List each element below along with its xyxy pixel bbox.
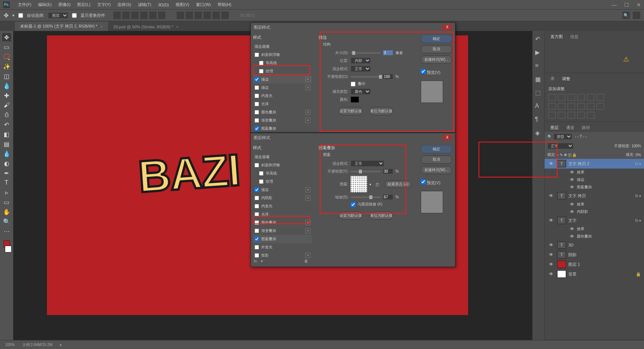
style-dropshadow[interactable]: 投影+ [253,251,312,260]
menu-layer[interactable]: 图层(L) [74,1,93,9]
chevron-icon[interactable]: ▾ [261,259,263,264]
tab-library[interactable]: 库 [547,75,558,83]
layer-row[interactable]: 👁 T 文字 拷贝 2 fx ▾ [544,159,644,169]
new-style-button[interactable]: 新建样式(W)... [421,166,452,174]
document-size[interactable]: 文档:2.64M/15.2M [22,342,53,348]
brush-tool[interactable]: 🖌 [2,101,11,109]
plus-icon[interactable]: + [305,220,310,225]
layer-effect[interactable]: 👁 颜色叠加 [544,233,644,240]
layer-effect[interactable]: 👁 描边 [544,176,644,183]
crop-tool[interactable]: ◫ [2,72,11,80]
menu-type[interactable]: 文字(Y) [94,1,114,9]
brushes-icon[interactable]: ≡ [535,62,542,69]
menu-select[interactable]: 选择(S) [114,1,134,9]
visibility-icon[interactable]: 👁 [547,193,555,198]
style-stroke[interactable]: 描边+ [253,75,312,84]
plus-icon[interactable]: + [305,195,310,201]
visibility-icon[interactable]: 👁 [568,170,576,175]
visibility-icon[interactable]: 👁 [547,252,555,257]
adjust-hue-icon[interactable] [548,103,556,110]
style-patternoverlay[interactable]: 图案叠加 [253,125,312,133]
style-bevel[interactable]: 斜面和浮雕 [253,51,312,59]
style-innershadow[interactable]: 内阴影+ [253,194,312,202]
pattern-swatch[interactable] [351,176,367,192]
adjust-threshold-icon[interactable] [568,112,575,119]
style-innerglow[interactable]: 内发光 [253,92,312,100]
menu-file[interactable]: 文件(F) [15,1,34,9]
position-dropdown[interactable]: 内部 [351,57,371,64]
distribute-icon[interactable] [177,12,184,19]
style-satin[interactable]: 光泽 [253,100,312,108]
lasso-tool[interactable]: 📿 [2,53,11,61]
new-style-button[interactable]: 新建样式(W)... [421,56,452,64]
visibility-icon[interactable]: 👁 [568,202,576,207]
adjust-levels-icon[interactable] [558,94,565,101]
adjust-icon[interactable] [597,103,604,110]
search-icon[interactable]: 🔍 [547,135,552,139]
layer-row[interactable]: 👁 T 文字 fx ▾ [544,216,644,225]
fx-badge[interactable]: fx ▾ [635,194,641,198]
blend-options[interactable]: 混合选项 [253,43,312,51]
style-stroke2[interactable]: 描边+ [253,84,312,92]
window-close-icon[interactable]: ✕ [637,2,641,8]
adjust-icon[interactable] [587,94,594,101]
style-patternoverlay[interactable]: 图案叠加 [253,235,312,243]
color-swatch[interactable] [351,97,359,103]
wand-tool[interactable]: ✨ [2,62,11,70]
size-input[interactable] [383,50,393,56]
plus-icon[interactable]: + [305,77,310,82]
align-icon[interactable] [122,12,130,19]
background-color[interactable] [5,246,12,252]
style-coloroverlay[interactable]: 颜色叠加+ [253,108,312,116]
fx-icon[interactable]: fx [254,259,257,264]
pattern-dropdown-icon[interactable]: ▾ [369,182,371,186]
style-innerglow[interactable]: 内发光 [253,202,312,210]
style-satin[interactable]: 光泽 [253,210,312,218]
adjust-brightness-icon[interactable] [548,94,556,101]
scale-input[interactable] [383,194,393,200]
adjust-bw-icon[interactable] [558,103,565,110]
paragraph-icon[interactable]: ¶ [535,116,542,123]
lock-icons[interactable]: ▫ ✎ ✥ ◫ 🔒 [558,153,577,157]
visibility-icon[interactable]: 👁 [568,226,576,232]
close-icon[interactable]: × [100,24,102,29]
style-texture[interactable]: 纹理 [253,67,312,75]
set-default-button[interactable]: 设置为默认值 [339,211,362,220]
style-coloroverlay[interactable]: 颜色叠加+ [253,218,312,227]
adjust-icon[interactable] [597,94,604,101]
layer-effect[interactable]: 👁 效果 [544,225,644,233]
ok-button[interactable]: 确定 [421,145,452,153]
marquee-tool[interactable]: ▭ [2,43,11,51]
align-icon[interactable] [131,12,139,19]
adjust-selective-icon[interactable] [587,112,594,119]
visibility-icon[interactable]: 👁 [568,185,576,190]
character-icon[interactable]: A [535,103,542,109]
window-minimize-icon[interactable]: — [612,2,617,8]
filltype-dropdown[interactable]: 颜色 [351,88,371,95]
style-gradientoverlay[interactable]: 渐变叠加+ [253,116,312,125]
dialog-titlebar[interactable]: 图层样式 X [251,133,455,142]
menu-help[interactable]: 帮助(H) [215,1,234,9]
close-icon[interactable]: X [442,135,452,141]
menu-3d[interactable]: 3D(D) [155,1,172,8]
pen-tool[interactable]: ✒ [2,169,11,177]
menu-view[interactable]: 视图(V) [173,1,192,9]
distribute-icon[interactable] [221,12,229,19]
dodge-tool[interactable]: ◐ [2,159,11,167]
plus-icon[interactable]: + [305,110,310,115]
set-default-button[interactable]: 设置为默认值 [339,107,362,115]
blur-tool[interactable]: 💧 [2,150,11,158]
adjust-posterize-icon[interactable] [558,112,565,119]
visibility-icon[interactable]: 👁 [568,209,576,214]
new-pattern-icon[interactable]: ◰ [376,182,379,186]
distribute-icon[interactable] [212,12,220,19]
scale-slider[interactable] [351,196,381,198]
hand-tool[interactable]: ✋ [2,208,11,216]
layer-effect[interactable]: 👁 效果 [544,169,644,176]
style-texture[interactable]: 纹理 [253,177,312,186]
align-icon[interactable] [149,12,157,19]
heal-tool[interactable]: ✚ [2,91,11,100]
adjust-curves-icon[interactable] [568,94,575,101]
menu-edit[interactable]: 编辑(E) [35,1,55,9]
visibility-icon[interactable]: 👁 [568,177,576,182]
